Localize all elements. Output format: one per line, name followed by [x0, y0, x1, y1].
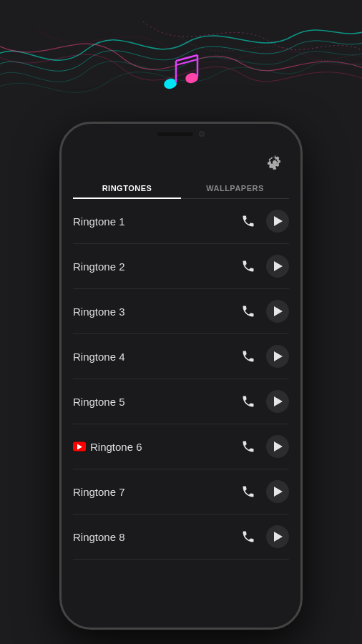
- ringtone-item-2: Ringtone 2: [73, 244, 289, 289]
- ringtone-actions: [236, 299, 289, 323]
- background: RINGTONES WALLPAPERS Ringtone 1 Ringtone…: [0, 0, 362, 644]
- ringtone-list: Ringtone 1 Ringtone 2 Ringtone 3 Rington…: [62, 199, 300, 560]
- screen: RINGTONES WALLPAPERS Ringtone 1 Ringtone…: [62, 124, 300, 628]
- set-ringtone-button[interactable]: [236, 209, 260, 233]
- ringtone-actions: [236, 525, 289, 549]
- ringtone-item-6: Ringtone 6: [73, 424, 289, 469]
- ringtone-actions: [236, 254, 289, 278]
- notch: [134, 124, 228, 144]
- set-ringtone-button[interactable]: [236, 525, 260, 549]
- ringtone-item-7: Ringtone 7: [73, 469, 289, 514]
- tab-ringtones[interactable]: RINGTONES: [73, 177, 181, 198]
- ringtone-name: Ringtone 4: [73, 351, 236, 363]
- ringtone-name: Ringtone 3: [73, 306, 236, 318]
- ringtone-name: Ringtone 8: [73, 531, 236, 543]
- play-button[interactable]: [266, 390, 289, 413]
- ringtone-item-1: Ringtone 1: [73, 199, 289, 244]
- ringtone-item-8: Ringtone 8: [73, 514, 289, 560]
- set-ringtone-button[interactable]: [236, 389, 260, 414]
- tab-bar: RINGTONES WALLPAPERS: [73, 177, 289, 199]
- play-button[interactable]: [266, 525, 289, 548]
- ringtone-name: Ringtone 5: [73, 396, 236, 408]
- ringtone-item-3: Ringtone 3: [73, 289, 289, 334]
- phone-mockup: RINGTONES WALLPAPERS Ringtone 1 Ringtone…: [59, 122, 303, 630]
- play-button[interactable]: [266, 300, 289, 323]
- settings-button[interactable]: [263, 151, 286, 174]
- ringtone-name: Ringtone 6: [73, 441, 236, 453]
- set-ringtone-button[interactable]: [236, 434, 260, 459]
- camera: [199, 131, 205, 137]
- ringtone-actions: [236, 344, 289, 369]
- ringtone-actions: [236, 434, 289, 459]
- ringtone-name: Ringtone 7: [73, 486, 236, 498]
- set-ringtone-button[interactable]: [236, 299, 260, 323]
- tab-wallpapers[interactable]: WALLPAPERS: [181, 177, 289, 198]
- set-ringtone-button[interactable]: [236, 254, 260, 278]
- set-ringtone-button[interactable]: [236, 344, 260, 369]
- ringtone-actions: [236, 209, 289, 233]
- play-button[interactable]: [266, 255, 289, 278]
- ringtone-item-4: Ringtone 4: [73, 334, 289, 379]
- ringtone-item-5: Ringtone 5: [73, 379, 289, 424]
- ringtone-actions: [236, 389, 289, 414]
- play-button[interactable]: [266, 345, 289, 368]
- youtube-badge: [73, 442, 86, 452]
- play-button[interactable]: [266, 435, 289, 458]
- ringtone-name: Ringtone 1: [73, 215, 236, 228]
- screen-content: RINGTONES WALLPAPERS Ringtone 1 Ringtone…: [62, 145, 300, 628]
- play-button[interactable]: [266, 210, 289, 233]
- speaker: [157, 132, 193, 136]
- play-button[interactable]: [266, 480, 289, 503]
- phone-frame: RINGTONES WALLPAPERS Ringtone 1 Ringtone…: [59, 122, 303, 630]
- settings-row: [62, 145, 300, 177]
- music-note-icon: [156, 47, 206, 107]
- set-ringtone-button[interactable]: [236, 479, 260, 504]
- ringtone-actions: [236, 479, 289, 504]
- ringtone-name: Ringtone 2: [73, 260, 236, 273]
